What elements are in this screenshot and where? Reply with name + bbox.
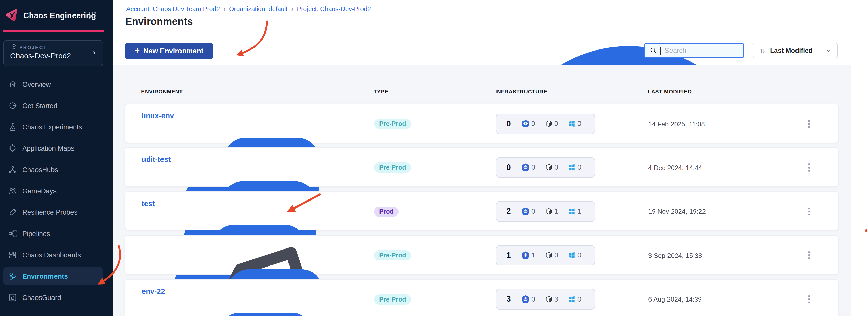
sidebar-item-label: Environments [22, 272, 68, 280]
home-icon [8, 80, 17, 89]
linux-count: 0 [554, 120, 558, 128]
linux-count: 0 [554, 164, 558, 171]
people-icon [8, 186, 17, 196]
windows-count: 0 [578, 120, 581, 128]
dashboard-icon [8, 250, 17, 259]
row-menu-kebab-icon[interactable] [806, 293, 813, 306]
table-row[interactable]: env-22 ID: env22 Pre-Prod 3 ☸0 $3 0 6 Au… [125, 279, 839, 316]
last-modified: 19 Nov 2024, 19:22 [648, 208, 706, 215]
network-icon [8, 165, 17, 174]
sidebar-item-label: Get Started [22, 102, 57, 109]
row-menu-kebab-icon[interactable] [806, 205, 813, 218]
sidebar-item-chaos-dashboards[interactable]: Chaos Dashboards [3, 246, 103, 264]
sidebar-item-environments[interactable]: Environments [3, 267, 103, 285]
copy-icon[interactable] [168, 301, 324, 316]
flask-icon [8, 122, 17, 132]
column-header-last-modified: LAST MODIFIED [648, 88, 692, 94]
infra-total-count: 1 [505, 251, 512, 260]
row-menu-kebab-icon[interactable] [806, 117, 813, 131]
harness-chaos-logo [5, 8, 20, 23]
sort-label: Last Modified [770, 47, 822, 54]
svg-text:$: $ [549, 255, 550, 257]
breadcrumb-separator: › [291, 5, 293, 13]
svg-text:$: $ [549, 299, 550, 301]
type-badge: Pre-Prod [374, 294, 411, 304]
windows-count: 0 [578, 164, 581, 171]
type-badge: Pre-Prod [374, 163, 411, 173]
sidebar-item-chaoshubs[interactable]: ChaosHubs [3, 161, 103, 179]
sidebar-item-get-started[interactable]: Get Started [3, 96, 103, 115]
linux-count: 3 [554, 295, 558, 303]
environment-name-link[interactable]: udit-test [142, 155, 170, 164]
text-cursor [660, 47, 661, 55]
kubernetes-count: 0 [531, 120, 535, 128]
project-name: Chaos-Dev-Prod2 [10, 51, 71, 60]
sidebar-item-application-maps[interactable]: Application Maps [3, 139, 103, 157]
sidebar-item-label: GameDays [22, 187, 57, 195]
last-modified: 14 Feb 2025, 11:08 [648, 120, 705, 128]
scrollbar-marker [865, 229, 867, 232]
table-row[interactable]: test ID: test Prod 2 ☸0 $1 1 19 Nov 2024… [125, 191, 839, 230]
sidebar-item-label: Chaos Dashboards [22, 251, 81, 259]
sidebar-item-resilience-probes[interactable]: Resilience Probes [3, 203, 103, 221]
nav-grid-icon[interactable] [89, 12, 97, 20]
scrollbar-gutter[interactable] [851, 0, 868, 316]
table-row[interactable]: demo-coles 3 ID: democole Pre-Prod 1 ☸1 … [125, 235, 839, 275]
environment-name-link[interactable]: test [142, 199, 155, 207]
breadcrumb-project[interactable]: Project: Chaos-Dev-Prod2 [297, 5, 371, 12]
app-window: Chaos Engineering PROJECT Chaos-Dev-Prod… [0, 0, 868, 316]
sidebar-item-pipelines[interactable]: Pipelines [3, 224, 103, 242]
sidebar-item-label: ChaosHubs [22, 166, 58, 173]
infra-total-count: 0 [505, 163, 512, 172]
lock-icon [8, 293, 17, 302]
linux-machine-icon: $ [545, 208, 552, 215]
linux-count: 1 [554, 208, 558, 215]
kubernetes-count: 1 [531, 252, 535, 259]
sidebar-item-label: Pipelines [22, 230, 50, 237]
chevron-down-icon [826, 48, 832, 53]
search-icon [649, 47, 657, 54]
search-input[interactable] [664, 46, 732, 55]
infra-total-count: 0 [505, 119, 512, 128]
breadcrumb-organization[interactable]: Organization: default [229, 5, 288, 12]
linux-machine-icon: $ [545, 164, 552, 171]
sidebar-item-label: Overview [22, 81, 51, 88]
sidebar-item-label: ChaosGuard [22, 294, 61, 301]
row-menu-kebab-icon[interactable] [806, 161, 813, 174]
sort-arrows-icon [759, 47, 766, 54]
environment-name-link[interactable]: linux-env [142, 112, 174, 120]
new-environment-button[interactable]: + New Environment [125, 43, 213, 59]
table-row[interactable]: linux-env ID: linuxenv Pre-Prod 0 ☸0 $0 … [125, 104, 839, 143]
breadcrumb-account[interactable]: Account: Chaos Dev Team Prod2 [126, 5, 220, 12]
sidebar-item-label: Chaos Experiments [22, 123, 82, 131]
search-box [644, 42, 744, 58]
infrastructure-summary: 0 ☸0 $0 0 [496, 113, 595, 134]
breadcrumb: Account: Chaos Dev Team Prod2 › Organiza… [126, 5, 371, 13]
infrastructure-summary: 0 ☸0 $0 0 [496, 157, 595, 178]
type-badge: Pre-Prod [374, 250, 411, 260]
windows-count: 0 [578, 252, 581, 259]
last-modified: 3 Sep 2024, 15:38 [648, 252, 702, 259]
brand-title: Chaos Engineering [23, 11, 96, 20]
table-row[interactable]: udit-test ID: udittest Pre-Prod 0 ☸0 $0 … [125, 147, 839, 186]
sidebar-item-chaosguard[interactable]: ChaosGuard [3, 288, 103, 307]
kubernetes-icon: ☸ [522, 295, 529, 303]
windows-icon [568, 208, 576, 215]
test-tube-icon [8, 208, 17, 217]
sidebar-item-chaos-experiments[interactable]: Chaos Experiments [3, 118, 103, 136]
plus-icon: + [135, 46, 140, 56]
infrastructure-summary: 2 ☸0 $1 1 [496, 201, 595, 222]
windows-icon [568, 120, 576, 128]
page-title: Environments [125, 16, 193, 27]
windows-count: 0 [578, 295, 581, 303]
kubernetes-icon: ☸ [522, 120, 529, 128]
kubernetes-icon: ☸ [522, 164, 529, 171]
environment-name-link[interactable]: env-22 [142, 287, 165, 295]
sidebar-item-gamedays[interactable]: GameDays [3, 182, 103, 200]
row-menu-kebab-icon[interactable] [806, 249, 813, 262]
windows-icon [568, 164, 576, 171]
sidebar-item-overview[interactable]: Overview [3, 75, 103, 93]
sort-dropdown[interactable]: Last Modified [753, 42, 838, 58]
kubernetes-count: 0 [531, 164, 535, 171]
column-header-infrastructure: INFRASTRUCTURE [495, 88, 547, 94]
